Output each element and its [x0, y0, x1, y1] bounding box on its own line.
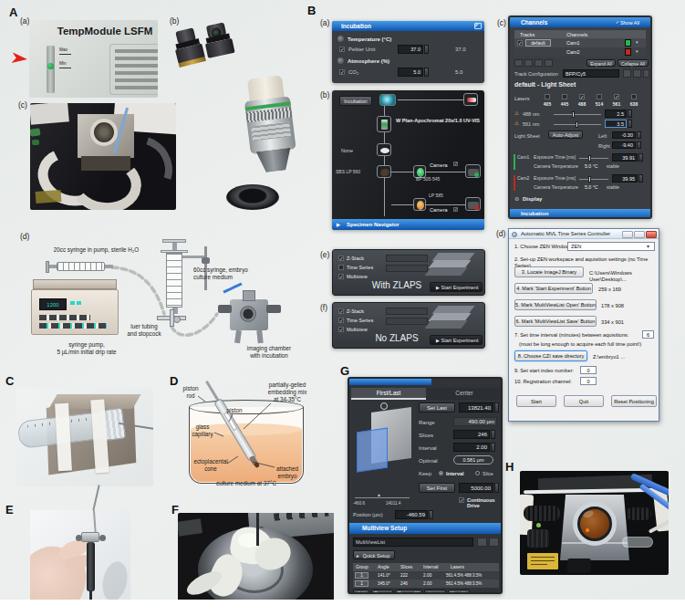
pump-display: 1200	[39, 298, 67, 310]
panel-h-label: H	[505, 460, 514, 474]
red-arrow-icon	[11, 52, 27, 65]
cam1-exposure-label: Exposure Time [ms]	[534, 155, 576, 161]
cam1-color-bar	[514, 154, 515, 170]
partial-header-bar	[349, 379, 431, 385]
mirror-glyph	[379, 167, 390, 177]
laser-488-checkbox	[579, 94, 585, 99]
display-section-label: Display	[523, 196, 542, 203]
bottom-knob	[567, 559, 591, 573]
attached-embryo-label: attached embryo	[267, 465, 307, 480]
panel-b-e-label: (e)	[320, 250, 329, 259]
clamp-knob	[202, 257, 210, 264]
light-sheet-label: Light Sheet	[514, 133, 540, 139]
vent-grille	[115, 49, 158, 89]
laser-405-checkbox	[545, 94, 550, 99]
show-all-check-icon	[616, 19, 619, 25]
tab-first-last: First/Last	[351, 388, 426, 400]
lasers-label: Lasers	[514, 96, 530, 101]
field-placeholder-1	[386, 255, 428, 262]
tempmodule-title: TempModule LSFM	[55, 26, 155, 37]
continuous-drive-label: Continuous Drive	[467, 497, 501, 509]
left-spinner	[637, 131, 641, 139]
z-range-slider	[355, 497, 410, 498]
none-label: None	[341, 148, 353, 153]
set-last-button: Set Last	[419, 402, 455, 412]
multiview-label: Multiview	[347, 274, 368, 279]
panel-b-label: B	[307, 4, 316, 17]
interval-label: Interval	[419, 445, 437, 452]
add-button: Add	[353, 590, 369, 594]
start-experiment-label: Start Experiment	[434, 338, 479, 343]
camera-green-dot	[474, 172, 479, 177]
locate-imagej-button: 3. Locate ImageJ Binary	[514, 266, 584, 277]
gauge-max-label: Max	[59, 47, 67, 52]
ring-adapter-photo	[226, 184, 279, 210]
track-row-2: Cam2	[514, 47, 646, 57]
close-button	[646, 231, 657, 238]
col-angle: Angle	[378, 565, 389, 570]
holder-body	[87, 542, 95, 591]
row2-lasers: 561:4.5% 488:3.5%	[446, 581, 482, 586]
slider-max-label: 14011.4	[386, 501, 400, 506]
maximize-button	[634, 231, 645, 238]
cam1-exposure-slider	[579, 158, 608, 159]
row2-interval: 2.00	[423, 581, 431, 587]
step3-value: C:\Users\Windows User\Desktop\...	[589, 270, 659, 283]
timeseries-label: Time Series	[347, 318, 373, 323]
panel-b-a-label: (a)	[320, 18, 329, 27]
mv-row-1: 1 141.0° 222 2.00 561:4.5% 488:3.5%	[353, 571, 499, 579]
pump-body: 1200	[31, 289, 119, 335]
temperature-gear-icon	[337, 36, 344, 42]
laser-488-label: 488 nm	[523, 111, 539, 117]
embedding-mix-label: partially-gelled embedding mix at 34-35°…	[260, 381, 315, 403]
choose-czi-directory-button: 8. Choose CZI save directory	[514, 350, 587, 361]
port-circle	[90, 119, 118, 146]
timeseries-checkbox	[338, 265, 344, 270]
chamber-top-port	[243, 290, 255, 301]
pump-led-2	[77, 301, 81, 305]
stack-front-plane	[357, 428, 388, 473]
quick-setup-icon	[357, 551, 359, 560]
chamber-left-port	[218, 305, 232, 313]
top-connector-line	[398, 99, 463, 100]
quick-setup-label: Quick Setup	[358, 553, 390, 559]
zlaps-no-screenshot: Z-Stack Time Series Multiview No ZLAPS S…	[332, 302, 485, 349]
laser-514-checkbox	[597, 94, 602, 99]
multiview-checkbox	[338, 274, 344, 279]
laser-glyph	[467, 98, 476, 102]
right-value: -9.40	[612, 141, 636, 149]
glass-capillary-label: glass capillary	[187, 423, 218, 438]
wavelength-405: 405	[541, 102, 554, 108]
mvl-dialog-title: Automatic MVL Time Series Controller	[521, 231, 610, 236]
keep-slice-label: Slice	[483, 471, 493, 476]
branch2-line-b	[426, 204, 465, 205]
interval-value: 2.00	[453, 443, 490, 452]
field-placeholder-2	[386, 265, 428, 272]
stopcock-valve	[173, 316, 181, 323]
row1-angle: 141.0°	[378, 573, 390, 579]
beamsplitter-icon	[377, 165, 391, 178]
luer-label: luer tubing and stopcock	[117, 323, 171, 338]
slices-label: Slices	[419, 433, 433, 439]
laser-561-label: 561 nm	[523, 121, 539, 127]
syringe20-tip	[105, 265, 113, 268]
cam2-name: Cam2	[566, 49, 580, 55]
pump-rail	[33, 279, 117, 289]
zlaps-with-screenshot: Z-Stack Time Series Multiview With ZLAPS…	[332, 249, 485, 296]
piston-label: piston	[220, 407, 249, 414]
wavelength-488: 488	[576, 102, 588, 108]
capillary-rod	[256, 513, 259, 546]
config-delete-icon	[643, 69, 649, 78]
cam2-exposure-thumb	[588, 176, 591, 183]
max-tick-line	[59, 54, 71, 55]
cam2-exposure-value: 39.95	[612, 174, 638, 183]
peltier-spinner	[424, 45, 429, 54]
multiviewlist-field: MultiViewList	[353, 538, 473, 547]
start-button: Start	[516, 395, 556, 407]
laser-icon	[463, 93, 478, 106]
panel-b-b-label: (b)	[320, 90, 329, 99]
co2-label: CO₂	[348, 69, 358, 76]
config-open-icon	[623, 69, 631, 78]
temperature-header: Temperature (°C)	[348, 37, 391, 43]
display-gear-icon	[514, 195, 519, 202]
